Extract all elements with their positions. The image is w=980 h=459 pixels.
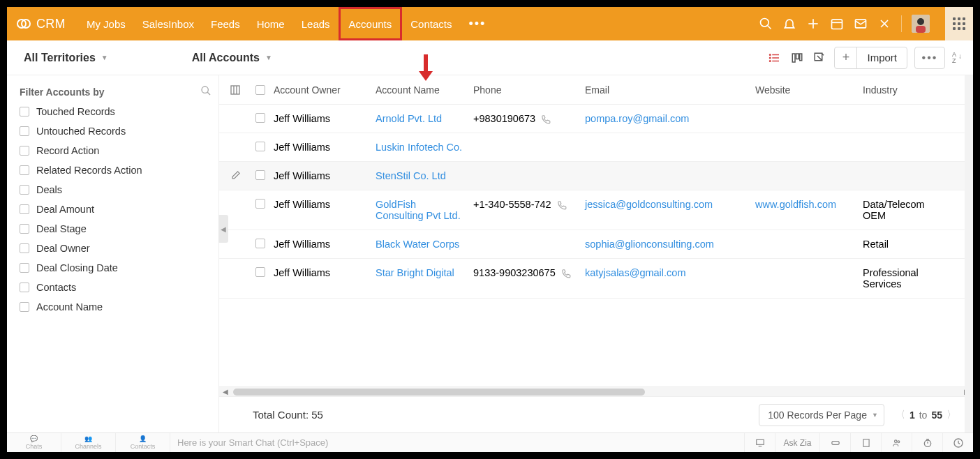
checkbox[interactable] (20, 185, 29, 195)
pager-next[interactable]: 〉 (946, 409, 956, 421)
nav-salesinbox[interactable]: SalesInbox (134, 7, 202, 40)
ask-zia-button[interactable]: Ask Zia (775, 433, 819, 453)
filter-item[interactable]: Touched Records (20, 106, 211, 117)
account-name-link[interactable]: Star Bright Digital (376, 267, 473, 289)
checkbox[interactable] (20, 107, 29, 116)
edit-icon[interactable] (223, 170, 247, 181)
filter-item[interactable]: Related Records Action (20, 165, 211, 176)
row-checkbox[interactable] (255, 239, 265, 248)
tools-icon[interactable] (877, 17, 891, 31)
checkbox[interactable] (20, 224, 29, 234)
table-row[interactable]: Jeff WilliamsArnold Pvt. Ltd+9830190673 … (219, 105, 973, 133)
nav-feeds[interactable]: Feeds (202, 7, 248, 40)
filter-item[interactable]: Contacts (20, 282, 211, 293)
website-link[interactable]: www.goldfish.com (755, 199, 863, 221)
smart-chat-hint[interactable]: Here is your Smart Chat (Ctrl+Space) (170, 437, 744, 448)
pager-prev[interactable]: 〈 (896, 409, 905, 421)
search-icon[interactable] (759, 17, 773, 31)
nav-home[interactable]: Home (248, 7, 293, 40)
account-name-link[interactable]: Arnold Pvt. Ltd (376, 113, 473, 124)
checkbox[interactable] (20, 165, 29, 175)
bell-icon[interactable] (782, 17, 796, 31)
header-website[interactable]: Website (755, 84, 863, 96)
account-name-link[interactable]: Black Water Corps (376, 239, 473, 250)
kanban-view-icon[interactable] (789, 50, 805, 66)
row-checkbox[interactable] (255, 170, 265, 180)
filter-item[interactable]: Untouched Records (20, 126, 211, 137)
checkbox[interactable] (20, 302, 29, 312)
header-owner[interactable]: Account Owner (274, 84, 376, 96)
email-link[interactable] (585, 170, 755, 181)
table-row[interactable]: Jeff WilliamsStar Bright Digital9133-990… (219, 259, 973, 299)
history-icon[interactable] (942, 433, 973, 453)
filter-item[interactable]: Deal Stage (20, 223, 211, 234)
checkbox[interactable] (20, 146, 29, 156)
table-row[interactable]: Jeff WilliamsStenStil Co. Ltd (219, 162, 973, 190)
nav-my-jobs[interactable]: My Jobs (78, 7, 134, 40)
filter-item[interactable]: Deal Closing Date (20, 262, 211, 273)
avatar[interactable] (912, 15, 930, 33)
row-checkbox[interactable] (255, 199, 265, 209)
account-name-link[interactable]: Luskin Infotech Co. (376, 142, 473, 153)
nav-more[interactable]: ••• (460, 17, 494, 31)
header-email[interactable]: Email (585, 84, 755, 96)
table-row[interactable]: Jeff WilliamsLuskin Infotech Co. (219, 133, 973, 162)
website-link[interactable] (755, 170, 863, 181)
row-checkbox[interactable] (255, 142, 265, 151)
apps-grid-icon[interactable] (945, 7, 973, 40)
more-actions-button[interactable]: ••• (914, 47, 945, 69)
nav-accounts[interactable]: Accounts (339, 7, 403, 40)
table-row[interactable]: Jeff WilliamsGoldFish Consulting Pvt Ltd… (219, 190, 973, 230)
brand-logo[interactable]: CRM (15, 15, 66, 32)
website-link[interactable] (755, 267, 863, 289)
checkbox[interactable] (20, 126, 29, 136)
email-link[interactable]: sophia@glionconsulting.com (585, 239, 755, 250)
filter-item[interactable]: Deals (20, 184, 211, 195)
view-dropdown[interactable]: All Accounts ▼ (192, 52, 272, 64)
list-view-icon[interactable] (767, 50, 782, 66)
filter-search-icon[interactable] (200, 85, 211, 99)
phone-icon[interactable] (561, 267, 571, 278)
horizontal-scrollbar[interactable]: ◀ ▶ (219, 386, 973, 396)
calendar-icon[interactable] (830, 17, 844, 31)
email-link[interactable]: jessica@goldconsulting.com (585, 199, 755, 221)
header-name[interactable]: Account Name (376, 84, 473, 96)
checkbox[interactable] (20, 263, 29, 273)
territories-dropdown[interactable]: All Territories ▼ (24, 52, 108, 64)
email-link[interactable]: katyjsalas@gmail.com (585, 267, 755, 289)
header-industry[interactable]: Industry (863, 84, 949, 96)
gamepad-icon[interactable] (819, 433, 850, 453)
phone-icon[interactable] (557, 199, 567, 210)
checkbox[interactable] (20, 243, 29, 253)
canvas-view-icon[interactable] (812, 50, 827, 66)
website-link[interactable] (755, 113, 863, 124)
records-per-page-dropdown[interactable]: 100 Records Per Page ▼ (759, 404, 884, 426)
website-link[interactable] (755, 142, 863, 153)
filter-item[interactable]: Account Name (20, 301, 211, 313)
account-name-link[interactable]: StenStil Co. Ltd (376, 170, 473, 181)
header-phone[interactable]: Phone (473, 84, 585, 96)
checkbox[interactable] (20, 283, 29, 292)
phone-icon[interactable] (541, 113, 551, 124)
screen-icon[interactable] (744, 433, 775, 453)
select-all-checkbox[interactable] (255, 85, 265, 95)
filter-item[interactable]: Deal Amount (20, 204, 211, 215)
checkbox[interactable] (20, 204, 29, 214)
import-button[interactable]: + Import (834, 47, 907, 69)
email-link[interactable] (585, 142, 755, 153)
row-checkbox[interactable] (255, 113, 265, 123)
mail-icon[interactable] (854, 17, 868, 31)
filter-item[interactable]: Deal Owner (20, 243, 211, 254)
bottom-tab-channels[interactable]: 👥Channels (61, 433, 116, 452)
table-row[interactable]: Jeff WilliamsBlack Water Corpssophia@gli… (219, 230, 973, 259)
email-link[interactable]: pompa.roy@gmail.com (585, 113, 755, 124)
nav-leads[interactable]: Leads (293, 7, 339, 40)
nav-contacts[interactable]: Contacts (402, 7, 460, 40)
clock-icon[interactable] (912, 433, 942, 453)
bottom-tab-chats[interactable]: 💬Chats (7, 433, 61, 452)
vertical-scrollbar[interactable] (965, 75, 973, 432)
column-settings-icon[interactable] (223, 84, 247, 96)
account-name-link[interactable]: GoldFish Consulting Pvt Ltd. (376, 199, 473, 221)
filter-item[interactable]: Record Action (20, 145, 211, 156)
plus-icon[interactable] (806, 17, 820, 31)
